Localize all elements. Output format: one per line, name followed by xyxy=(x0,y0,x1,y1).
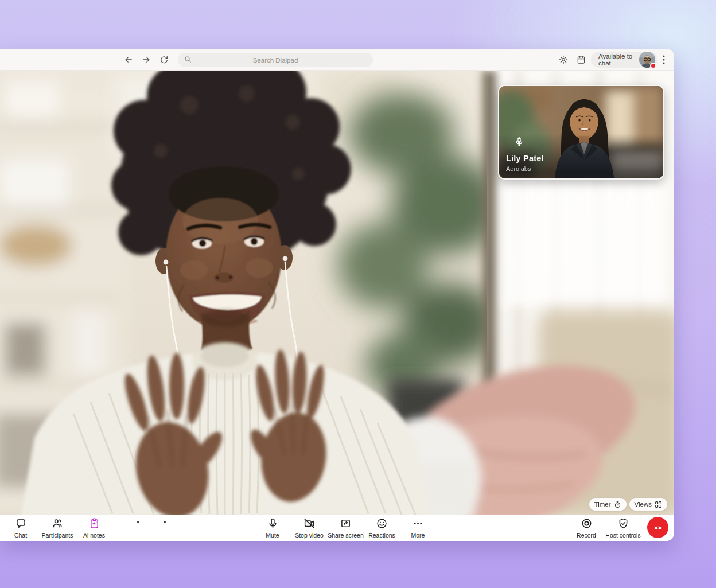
participants-label: Participants xyxy=(42,532,73,539)
desktop-background: Available to chat xyxy=(0,0,716,588)
share-screen-button[interactable]: Share screen xyxy=(328,516,364,539)
views-pill[interactable]: Views xyxy=(629,498,667,511)
mute-button[interactable]: Mute xyxy=(254,516,291,539)
ai-notes-button[interactable]: Ai notes xyxy=(80,516,108,539)
back-icon xyxy=(123,54,134,65)
dialpad-app-window: Available to chat xyxy=(0,49,674,541)
chat-label: Chat xyxy=(14,532,27,539)
more-label: More xyxy=(411,532,425,539)
more-button[interactable]: More xyxy=(400,516,436,539)
pip-overflow-icon xyxy=(505,137,534,147)
settings-gear-icon xyxy=(558,54,569,65)
refresh-button[interactable] xyxy=(159,54,169,65)
reactions-smiley-icon xyxy=(376,517,388,529)
call-controls-toolbar: Chat Participants xyxy=(0,515,674,541)
settings-button[interactable] xyxy=(558,54,569,65)
views-grid-icon xyxy=(655,501,662,508)
video-overlay-pills: Timer Views xyxy=(589,498,667,511)
participants-icon xyxy=(51,517,64,529)
host-controls-shield-icon xyxy=(617,517,629,529)
pip-participant-company: Aerolabs xyxy=(506,165,531,172)
timer-stopwatch-icon xyxy=(614,501,621,508)
refresh-icon xyxy=(159,54,169,65)
back-button[interactable] xyxy=(123,54,134,65)
timer-pill[interactable]: Timer xyxy=(589,498,626,511)
main-video-feed: Lily Patel Aerolabs Timer Views xyxy=(0,71,674,515)
host-controls-button[interactable]: Host controls xyxy=(602,516,644,539)
stop-video-label: Stop video xyxy=(295,532,324,539)
top-overflow-menu-button[interactable] xyxy=(660,54,668,65)
record-label: Record xyxy=(577,532,596,539)
pip-overflow-button[interactable] xyxy=(523,137,534,147)
ai-notes-label: Ai notes xyxy=(83,532,105,539)
reactions-button[interactable]: Reactions xyxy=(364,516,400,539)
end-call-button[interactable] xyxy=(647,517,668,538)
end-call-icon xyxy=(652,521,664,534)
participants-button[interactable]: Participants xyxy=(35,516,80,539)
ai-notes-icon xyxy=(88,517,100,529)
app-top-bar: Available to chat xyxy=(0,49,674,71)
calendar-button[interactable] xyxy=(576,54,586,65)
forward-icon xyxy=(141,54,151,65)
share-screen-label: Share screen xyxy=(328,532,363,539)
toolbar-separator-dot xyxy=(137,521,139,523)
stop-video-icon xyxy=(303,517,316,529)
mute-label: Mute xyxy=(266,532,279,539)
host-controls-label: Host controls xyxy=(605,532,640,539)
chat-button[interactable]: Chat xyxy=(6,516,35,539)
search-input[interactable] xyxy=(178,53,373,67)
reactions-label: Reactions xyxy=(368,532,395,539)
chat-icon xyxy=(15,517,27,529)
toolbar-separator-dot xyxy=(164,521,166,523)
pip-participant-tile[interactable]: Lily Patel Aerolabs xyxy=(498,85,664,180)
forward-button[interactable] xyxy=(141,54,151,65)
calendar-icon xyxy=(576,54,586,65)
stop-video-button[interactable]: Stop video xyxy=(291,516,328,539)
share-screen-icon xyxy=(340,517,352,529)
views-label: Views xyxy=(635,501,652,508)
presence-dot xyxy=(650,63,656,69)
pip-participant-name: Lily Patel xyxy=(506,154,544,163)
overflow-menu-icon xyxy=(660,54,668,65)
record-button[interactable]: Record xyxy=(570,516,602,539)
more-dots-icon xyxy=(412,517,424,529)
timer-label: Timer xyxy=(594,501,611,508)
user-avatar[interactable] xyxy=(639,52,655,68)
mute-mic-icon xyxy=(267,517,279,529)
record-icon xyxy=(581,517,593,529)
